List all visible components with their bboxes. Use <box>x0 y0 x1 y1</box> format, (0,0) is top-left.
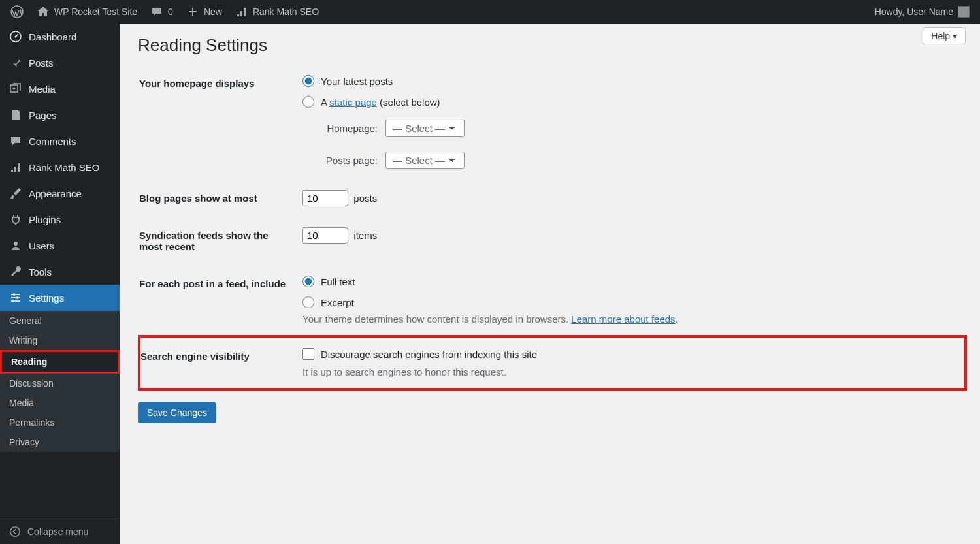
sidebar-item-users[interactable]: Users <box>0 232 120 259</box>
comment-icon <box>9 135 22 148</box>
site-name[interactable]: WP Rocket Test Site <box>30 0 144 24</box>
sidebar-item-rankmath[interactable]: Rank Math SEO <box>0 154 120 180</box>
excerpt-label: Excerpt <box>321 297 354 308</box>
full-text-label: Full text <box>321 276 355 287</box>
wp-logo[interactable] <box>4 0 30 24</box>
sidebar-item-label: Comments <box>29 136 76 147</box>
pin-icon <box>9 56 22 69</box>
brush-icon <box>9 187 22 200</box>
save-button[interactable]: Save Changes <box>138 402 216 423</box>
submenu-general[interactable]: General <box>0 311 120 330</box>
radio-latest-label: Your latest posts <box>321 76 393 87</box>
discourage-checkbox[interactable] <box>302 348 314 360</box>
sidebar-item-pages[interactable]: Pages <box>0 102 120 128</box>
syndication-input[interactable] <box>302 227 348 244</box>
svg-point-4 <box>14 242 18 246</box>
svg-rect-5 <box>13 294 15 296</box>
sidebar-item-label: Appearance <box>29 188 82 199</box>
svg-point-3 <box>13 88 16 90</box>
feed-label: For each post in a feed, include <box>139 265 296 336</box>
sidebar-item-dashboard[interactable]: Dashboard <box>0 24 120 50</box>
static-suffix: (select below) <box>377 97 440 108</box>
user-icon <box>9 239 22 252</box>
svg-point-8 <box>10 527 20 536</box>
comment-icon <box>150 5 163 18</box>
syndication-suffix: items <box>353 230 377 241</box>
sidebar-item-posts[interactable]: Posts <box>0 50 120 76</box>
sidebar-item-tools[interactable]: Tools <box>0 259 120 285</box>
submenu-discussion[interactable]: Discussion <box>0 374 120 393</box>
discourage-label: Discourage search engines from indexing … <box>321 349 537 360</box>
admin-sidebar: Dashboard Posts Media Pages Comments Ran… <box>0 24 120 544</box>
homepage-select-label: Homepage: <box>322 123 378 134</box>
sidebar-item-media[interactable]: Media <box>0 76 120 102</box>
blog-pages-suffix: posts <box>353 193 377 204</box>
wordpress-icon <box>10 5 24 18</box>
home-icon <box>37 5 50 18</box>
rankmath-label: Rank Math SEO <box>253 7 319 17</box>
help-tab[interactable]: Help ▾ <box>923 27 966 44</box>
postspage-select-label: Posts page: <box>322 155 378 166</box>
sidebar-item-label: Rank Math SEO <box>29 162 99 173</box>
svg-rect-7 <box>12 300 14 302</box>
content-area: Help ▾ Reading Settings Your homepage di… <box>120 24 980 544</box>
submenu-permalinks[interactable]: Permalinks <box>0 413 120 432</box>
homepage-select[interactable]: — Select — <box>385 120 465 137</box>
help-label: Help <box>931 31 950 41</box>
new-content[interactable]: New <box>180 0 229 24</box>
sev-label: Search engine visibility <box>139 336 296 389</box>
site-name-label: WP Rocket Test Site <box>54 7 137 17</box>
plug-icon <box>9 213 22 226</box>
homepage-displays-label: Your homepage displays <box>139 65 296 180</box>
radio-latest-posts[interactable] <box>302 75 314 87</box>
radio-excerpt[interactable] <box>302 296 314 308</box>
radio-static-page[interactable] <box>302 96 314 108</box>
learn-feeds-link[interactable]: Learn more about feeds <box>571 313 675 325</box>
sidebar-item-label: Plugins <box>29 214 61 225</box>
collapse-icon <box>9 526 21 537</box>
blog-pages-label: Blog pages show at most <box>139 180 296 217</box>
media-icon <box>9 82 22 95</box>
avatar <box>958 6 970 18</box>
feed-note-prefix: Your theme determines how content is dis… <box>302 313 571 325</box>
postspage-select[interactable]: — Select — <box>385 152 465 169</box>
svg-rect-6 <box>16 297 18 299</box>
sidebar-item-label: Users <box>29 240 54 251</box>
sidebar-item-plugins[interactable]: Plugins <box>0 206 120 232</box>
blog-pages-input[interactable] <box>302 190 348 206</box>
howdy-label: Howdy, User Name <box>875 7 953 17</box>
page-title: Reading Settings <box>138 24 967 65</box>
comments-count: 0 <box>168 7 173 17</box>
submenu-privacy[interactable]: Privacy <box>0 432 120 452</box>
collapse-label: Collapse menu <box>27 526 88 537</box>
plus-icon <box>186 5 199 18</box>
sidebar-item-label: Settings <box>29 293 64 304</box>
howdy[interactable]: Howdy, User Name <box>868 0 976 24</box>
comments-link[interactable]: 0 <box>144 0 180 24</box>
dashboard-icon <box>9 30 22 43</box>
chart-icon <box>235 5 248 18</box>
collapse-menu[interactable]: Collapse menu <box>0 519 120 544</box>
sev-note: It is up to search engines to honor this… <box>302 366 958 377</box>
sidebar-submenu: General Writing Reading Discussion Media… <box>0 311 120 452</box>
submenu-media[interactable]: Media <box>0 393 120 413</box>
sidebar-item-label: Tools <box>29 266 52 278</box>
static-page-link[interactable]: static page <box>329 97 377 108</box>
sidebar-item-appearance[interactable]: Appearance <box>0 180 120 206</box>
radio-full-text[interactable] <box>302 276 314 287</box>
admin-bar: WP Rocket Test Site 0 New Rank Math SEO … <box>0 0 980 24</box>
sidebar-item-settings[interactable]: Settings <box>0 285 120 311</box>
sidebar-item-comments[interactable]: Comments <box>0 128 120 154</box>
sidebar-item-label: Media <box>29 84 56 95</box>
submenu-writing[interactable]: Writing <box>0 330 120 350</box>
submenu-reading[interactable]: Reading <box>0 350 120 374</box>
new-label: New <box>204 7 222 17</box>
sidebar-item-label: Pages <box>29 110 57 121</box>
syndication-label: Syndication feeds show the most recent <box>139 217 296 265</box>
sidebar-item-label: Dashboard <box>29 31 76 42</box>
rankmath-bar[interactable]: Rank Math SEO <box>229 0 325 24</box>
svg-point-2 <box>15 36 17 38</box>
sliders-icon <box>9 291 22 304</box>
static-prefix: A <box>321 97 329 108</box>
sidebar-item-label: Posts <box>29 57 54 69</box>
